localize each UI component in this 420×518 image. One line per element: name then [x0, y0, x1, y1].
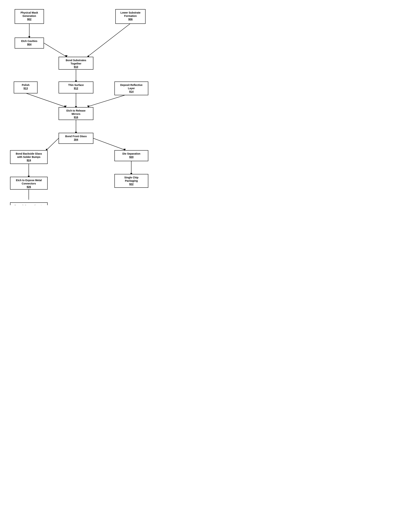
arrows-svg	[4, 6, 161, 200]
node-912: Thin Surface 912	[59, 82, 93, 93]
node-926: Etch to Expose Metal Connectors 926	[10, 177, 48, 190]
node-928: Deposit Connections to Solder Bumps 928	[10, 202, 48, 205]
node-913: Polish 913	[14, 82, 38, 93]
svg-line-16	[47, 138, 59, 150]
svg-line-2	[44, 43, 66, 56]
svg-line-8	[27, 93, 65, 107]
node-920: Die Separation 920	[114, 150, 148, 161]
node-904: Etch Cavities 904	[15, 38, 44, 49]
node-916: Etch to Release Mirrors 916	[59, 107, 93, 120]
svg-line-12	[88, 95, 125, 107]
node-304: Bond Front Glass 304	[59, 133, 93, 144]
node-924: Bond Backside Glass with Solder Bumps 92…	[10, 150, 48, 164]
node-910: Bond Substrates Together 910	[59, 57, 93, 70]
node-906: Lower Substrate Formation 906	[115, 9, 146, 24]
node-922: Single Chip Packaging 922	[114, 174, 148, 188]
svg-line-18	[93, 138, 125, 150]
node-902: Physical Mask Generation 902	[15, 9, 44, 24]
svg-line-4	[88, 24, 130, 56]
node-914: Deposit Reflective Layer 914	[114, 82, 148, 95]
diagram: Physical Mask Generation 902 Lower Subst…	[4, 6, 161, 200]
